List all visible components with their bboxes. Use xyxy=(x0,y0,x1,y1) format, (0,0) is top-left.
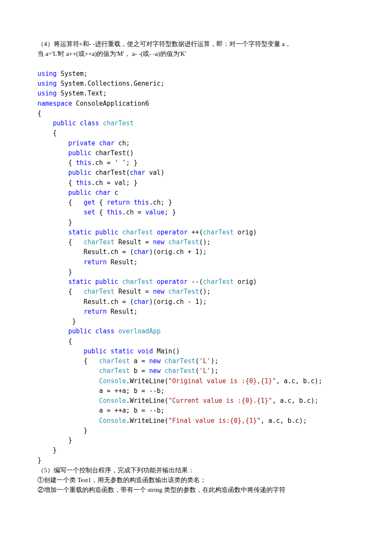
typ-chartest: charTest xyxy=(99,367,130,375)
field-ch: ch; xyxy=(115,139,130,147)
ctor0-sig: charTest() xyxy=(91,149,133,157)
kw-public: public xyxy=(95,228,118,236)
char-l: 'L' xyxy=(199,367,210,375)
str-current: "Current value is :{0}.{1}" xyxy=(168,397,272,405)
op-dec-assign-a: Result.ch = ( xyxy=(68,298,134,306)
cls-overloadapp: overloadApp xyxy=(118,327,161,335)
ctor1-b: val) xyxy=(145,169,164,176)
ctor1-open: { xyxy=(68,179,76,187)
kw-new: new xyxy=(149,357,161,365)
kw-this: this xyxy=(76,179,91,187)
ctor1-a: charTest( xyxy=(91,169,130,176)
tail: , a.c, b.c); xyxy=(276,377,322,385)
prop-get-a: { xyxy=(68,199,84,206)
typ-chartest: charTest xyxy=(99,357,130,365)
main-c-pre xyxy=(84,417,99,425)
char-l: 'L' xyxy=(199,357,210,365)
kw-this: this xyxy=(134,199,149,206)
using-text: System.Text; xyxy=(61,90,107,97)
kw-operator: operator xyxy=(157,278,187,286)
op-ret-b: Result; xyxy=(107,258,138,266)
kw-public: public xyxy=(68,169,91,176)
cls-chartest: charTest xyxy=(103,119,134,127)
main-sig: Main() xyxy=(153,347,180,355)
op-dec-a: --( xyxy=(187,278,203,286)
q5-item-1: ①创建一个类 Test1，用无参数的构造函数输出该类的类名； xyxy=(37,475,355,485)
kw-this: this xyxy=(107,208,122,216)
kw-operator: operator xyxy=(157,228,187,236)
typ-chartest: charTest xyxy=(168,288,199,295)
prop-set-a: { xyxy=(95,208,107,216)
main-ab2: a = ++a; b = --b; xyxy=(84,407,164,414)
typ-chartest: charTest xyxy=(122,278,153,286)
typ-chartest: charTest xyxy=(168,238,199,246)
q4-title-line2: 当 a='L'时 a++(或++a)的值为'M'， a- -(或- -a)的值为… xyxy=(37,49,355,59)
ctor0-open: { xyxy=(68,159,76,167)
typ-chartest: charTest xyxy=(164,357,195,365)
kw-using: using xyxy=(37,70,57,78)
kw-return: return xyxy=(84,258,107,266)
brace-close: } xyxy=(68,268,72,276)
kw-public: public xyxy=(84,347,107,355)
typ-chartest: charTest xyxy=(203,278,233,286)
console: Console xyxy=(99,397,126,405)
main-ab1: a = ++a; b = --b; xyxy=(84,387,164,395)
kw-value: value xyxy=(145,208,164,216)
kw-new: new xyxy=(149,367,161,375)
op-res-new: (); xyxy=(199,238,210,246)
kw-static: static xyxy=(68,278,91,286)
prop-sig: c xyxy=(111,189,118,197)
op-open: { xyxy=(68,238,84,246)
writeline: .WriteLine( xyxy=(126,377,168,385)
q5-item-2: ②增加一个重载的构造函数，带有一个 string 类型的参数，在此构造函数中将传… xyxy=(37,485,355,495)
op-inc-b: orig) xyxy=(234,228,257,236)
main-open: { xyxy=(84,357,99,365)
kw-public: public xyxy=(95,278,118,286)
op-dec-b: orig) xyxy=(234,278,257,286)
typ-chartest: charTest xyxy=(84,288,114,295)
ctor1-body: .ch = val; } xyxy=(91,179,137,187)
kw-static: static xyxy=(111,347,134,355)
using-system: System; xyxy=(61,70,87,78)
kw-set: set xyxy=(84,208,95,216)
tail: , a.c, b.c); xyxy=(261,417,307,425)
kw-private: private xyxy=(68,139,95,147)
str-original: "Original value is :{0},{1}" xyxy=(168,377,276,385)
op-res-new: (); xyxy=(199,288,210,295)
kw-new: new xyxy=(153,288,164,295)
q5-title: （5）编写一个控制台程序，完成下列功能并输出结果： xyxy=(37,465,355,475)
writeline: .WriteLine( xyxy=(126,397,168,405)
prop-get-b: { xyxy=(95,199,107,206)
kw-using: using xyxy=(37,90,57,97)
kw-public: public xyxy=(68,149,91,157)
brace-close: } xyxy=(68,219,72,226)
kw-using: using xyxy=(37,80,57,87)
op-inc-assign-a: Result.ch = ( xyxy=(68,248,134,256)
console: Console xyxy=(99,417,126,425)
code-block: using System; using System.Collections.G… xyxy=(37,59,355,465)
prop-set-b: .ch = xyxy=(122,208,145,216)
writeline: .WriteLine( xyxy=(126,417,168,425)
op-res-decl: Result = xyxy=(115,238,153,246)
kw-public: public xyxy=(68,189,91,197)
console: Console xyxy=(99,377,126,385)
kw-namespace: namespace xyxy=(37,100,72,107)
kw-char: char xyxy=(134,298,149,306)
op-ret-b: Result; xyxy=(107,308,138,315)
kw-char: char xyxy=(134,248,149,256)
kw-char: char xyxy=(130,169,145,176)
kw-return: return xyxy=(107,199,130,206)
kw-void: void xyxy=(138,347,153,355)
op-inc-a: ++( xyxy=(187,228,203,236)
using-collections: System.Collections.Generic; xyxy=(61,80,164,87)
typ-chartest: charTest xyxy=(203,228,233,236)
main-c-pre xyxy=(84,397,99,405)
kw-get: get xyxy=(84,199,95,206)
main-b-a: b = xyxy=(130,367,149,375)
kw-new: new xyxy=(153,238,164,246)
op-ret-a xyxy=(68,258,84,266)
op-inc-assign-b: )(orig.ch + 1); xyxy=(149,248,207,256)
kw-public: public xyxy=(68,327,91,335)
kw-char: char xyxy=(95,189,110,197)
kw-static: static xyxy=(68,228,91,236)
